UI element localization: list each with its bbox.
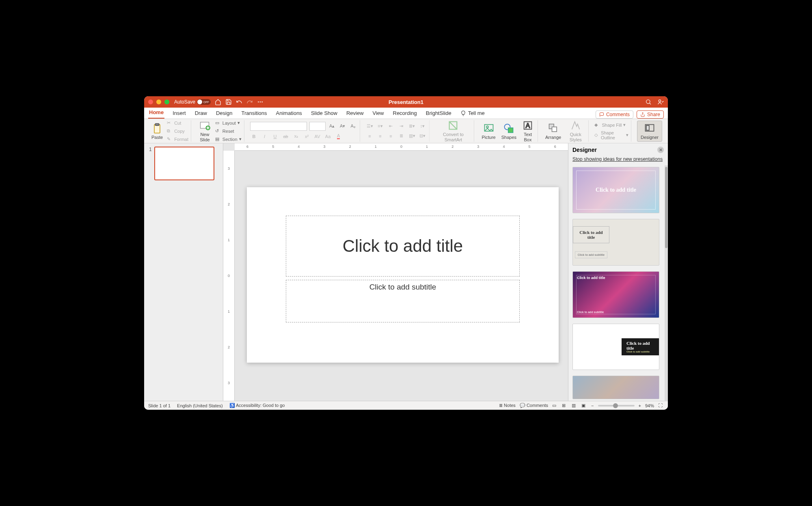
design-idea[interactable]: Click to add title Click to add subtitle [572,271,659,318]
zoom-level[interactable]: 94% [645,403,654,408]
line-spacing-icon[interactable]: ≣▾ [408,122,416,130]
new-slide-button[interactable]: New Slide [197,119,213,143]
justify-icon[interactable]: ≣ [397,132,406,140]
designer-button[interactable]: Designer [637,121,662,142]
cut-button[interactable]: ✂Cut [167,120,188,126]
fit-to-window-icon[interactable]: ⛶ [658,403,664,409]
italic-icon[interactable]: I [261,132,269,141]
undo-icon[interactable] [236,99,242,105]
zoom-slider[interactable] [598,405,635,407]
minimize-window-button[interactable] [156,99,161,104]
highlight-icon[interactable]: AV [313,132,322,141]
design-idea[interactable]: Click to add title [572,167,659,213]
title-placeholder[interactable]: Click to add title [286,216,520,277]
group-clipboard: Paste ✂Cut ⧉Copy ✎Format [147,120,191,142]
sorter-view-icon[interactable]: ⊞ [562,403,568,409]
autosave-toggle[interactable]: AutoSave OFF [174,99,211,105]
slideshow-view-icon[interactable]: ▣ [581,403,587,409]
zoom-in-icon[interactable]: + [639,403,641,408]
align-center-icon[interactable]: ≡ [376,132,384,140]
maximize-window-button[interactable] [164,99,169,104]
increase-font-icon[interactable]: A▴ [328,122,336,130]
tab-draw[interactable]: Draw [194,108,208,119]
tab-view[interactable]: View [372,108,385,119]
save-icon[interactable] [225,99,232,105]
convert-smartart-button[interactable]: Convert to SmartArt [435,119,472,143]
tab-recording[interactable]: Recording [392,108,418,119]
shape-outline-button[interactable]: ◇Shape Outline▾ [594,130,628,141]
design-idea[interactable] [572,376,659,399]
tab-brightslide[interactable]: BrightSlide [425,108,452,119]
layout-button[interactable]: ▭Layout▾ [215,120,242,126]
superscript-icon[interactable]: x² [303,132,311,141]
tab-slideshow[interactable]: Slide Show [310,108,338,119]
arrange-button[interactable]: Arrange [544,122,563,141]
tab-insert[interactable]: Insert [172,108,187,119]
more-icon[interactable] [257,99,263,105]
subscript-icon[interactable]: x₂ [292,132,300,141]
design-idea[interactable]: Click to add titleClick to add subtitle [572,219,659,265]
font-size-selector[interactable] [309,122,326,131]
indent-icon[interactable]: ⇥ [397,122,406,130]
account-icon[interactable] [657,99,664,105]
decrease-font-icon[interactable]: A▾ [339,122,347,130]
close-window-button[interactable] [148,99,153,104]
textbox-button[interactable]: AText Box [520,119,535,143]
design-ideas-list[interactable]: Click to add title Click to add titleCli… [568,165,665,401]
share-button[interactable]: Share [637,110,664,119]
paste-button[interactable]: Paste [150,122,164,141]
align-left-icon[interactable]: ≡ [366,132,374,140]
font-family-selector[interactable] [250,122,307,131]
home-icon[interactable] [215,99,221,105]
change-case-icon[interactable]: Aa [324,132,332,141]
shapes-button[interactable]: Shapes [500,122,518,141]
slide[interactable]: Click to add title Click to add subtitle [247,187,559,363]
comments-button[interactable]: 💬 Comments [520,403,548,408]
chevron-down-icon: ▾ [239,136,242,142]
shape-fill-button[interactable]: ◆Shape Fill▾ [594,122,628,128]
picture-button[interactable]: Picture [480,122,497,141]
reset-button[interactable]: ↺Reset [215,128,242,134]
clear-format-icon[interactable]: Aᵩ [349,122,357,130]
text-direction-icon[interactable]: ↕▾ [419,122,427,130]
brush-icon: ✎ [167,136,173,142]
notes-button[interactable]: ≣ Notes [499,403,516,408]
underline-icon[interactable]: U [271,132,279,141]
bold-icon[interactable]: B [250,132,258,141]
tab-home[interactable]: Home [148,108,164,119]
subtitle-placeholder[interactable]: Click to add subtitle [286,280,520,322]
section-icon: ▤ [215,136,221,142]
columns-icon[interactable]: ▥▾ [408,132,416,140]
numbering-icon[interactable]: ≡▾ [376,122,384,130]
font-color-icon[interactable]: A [335,132,343,141]
group-paragraph: ☰▾ ≡▾ ⇤ ⇥ ≣▾ ↕▾ ≡ ≡ ≡ ≣ ▥▾ ⊟▾ [363,120,430,142]
comments-button[interactable]: Comments [596,110,633,119]
close-icon[interactable]: ✕ [657,147,664,153]
tab-review[interactable]: Review [346,108,365,119]
copy-button[interactable]: ⧉Copy [167,128,188,134]
zoom-out-icon[interactable]: − [591,403,594,408]
search-icon[interactable] [645,99,652,105]
tell-me[interactable]: Tell me [460,108,486,119]
svg-point-3 [646,100,650,104]
tab-animations[interactable]: Animations [275,108,303,119]
normal-view-icon[interactable]: ▭ [552,403,558,409]
design-idea[interactable]: Click to add titleClick to add subtitle [572,324,659,370]
bullets-icon[interactable]: ☰▾ [366,122,374,130]
accessibility-status[interactable]: ♿ Accessibility: Good to go [229,403,285,408]
section-button[interactable]: ▤Section▾ [215,136,242,143]
reading-view-icon[interactable]: ▥ [572,403,577,409]
language-indicator[interactable]: English (United States) [177,403,223,408]
format-painter-button[interactable]: ✎Format [167,136,188,143]
designer-scrollbar[interactable] [665,165,668,401]
redo-icon[interactable] [246,99,253,105]
tab-transitions[interactable]: Transitions [240,108,268,119]
strike-icon[interactable]: ab [282,132,290,141]
outdent-icon[interactable]: ⇤ [387,122,395,130]
tab-design[interactable]: Design [215,108,233,119]
slide-thumbnail[interactable] [154,147,214,180]
stop-showing-link[interactable]: Stop showing ideas for new presentations [568,156,668,165]
quick-styles-button[interactable]: Quick Styles [565,119,586,143]
align-text-icon[interactable]: ⊟▾ [419,132,427,140]
align-right-icon[interactable]: ≡ [387,132,395,140]
